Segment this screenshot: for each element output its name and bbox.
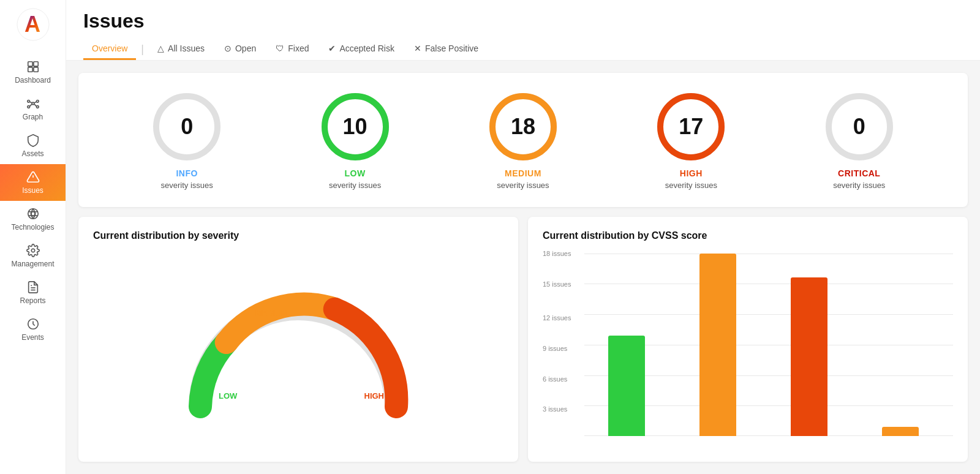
semi-donut-chart: LOW MEDIUM HIGH [182, 284, 415, 419]
medium-sub: severity issues [497, 181, 549, 190]
sidebar-item-dashboard[interactable]: Dashboard [0, 54, 66, 91]
tab-divider: | [141, 43, 144, 56]
shield-icon: ⊙ [224, 43, 232, 53]
severity-dist-card: Current distribution by severity [78, 217, 518, 462]
sidebar-item-graph[interactable]: Graph [0, 91, 66, 127]
info-circle: 0 [150, 90, 224, 164]
severity-dist-body: LOW MEDIUM HIGH [93, 249, 503, 448]
page-title: Issues [83, 10, 963, 32]
svg-point-10 [36, 106, 39, 108]
svg-rect-2 [28, 62, 32, 66]
main-content: Issues Overview | △ All Issues ⊙ Open 🛡 … [66, 0, 980, 474]
low-label: LOW [345, 168, 366, 178]
severity-critical[interactable]: 0 CRITICAL severity issues [823, 90, 896, 190]
svg-point-6 [32, 102, 34, 105]
info-label: INFO [176, 168, 197, 178]
y-label-15: 15 issues [543, 280, 571, 288]
content-area: 0 INFO severity issues 10 LOW severity i… [66, 61, 980, 474]
high-count: 17 [679, 114, 703, 140]
info-sub: severity issues [161, 181, 213, 190]
low-sub: severity issues [329, 181, 381, 190]
svg-line-13 [29, 104, 32, 107]
critical-sub: severity issues [833, 181, 885, 190]
tab-accepted-risk[interactable]: ✔ Accepted Risk [320, 39, 402, 60]
medium-circle: 18 [486, 90, 560, 164]
high-segment-label: HIGH [364, 391, 385, 401]
svg-point-9 [27, 106, 29, 108]
svg-point-18 [28, 209, 38, 219]
high-circle: 17 [654, 90, 728, 164]
severity-summary-card: 0 INFO severity issues 10 LOW severity i… [78, 73, 968, 207]
info-count: 0 [181, 114, 193, 140]
shield-check-icon: 🛡 [276, 43, 284, 53]
shield-ok-icon: ✔ [328, 43, 336, 53]
svg-rect-3 [33, 62, 37, 66]
low-circle: 10 [318, 90, 392, 164]
sidebar-item-events[interactable]: Events [0, 311, 66, 348]
svg-line-12 [34, 102, 36, 103]
high-label: HIGH [680, 168, 703, 178]
y-label-9: 9 issues [543, 345, 567, 352]
svg-point-8 [36, 100, 39, 103]
y-label-12: 12 issues [543, 314, 571, 322]
severity-low[interactable]: 10 LOW severity issues [318, 90, 392, 190]
low-segment-label: LOW [219, 391, 237, 401]
bar-orange-2 [882, 427, 919, 436]
page-header: Issues Overview | △ All Issues ⊙ Open 🛡 … [66, 0, 980, 61]
warning-icon: △ [157, 43, 164, 53]
medium-count: 18 [511, 114, 535, 140]
svg-rect-5 [33, 67, 37, 72]
cross-icon: ✕ [414, 43, 421, 53]
medium-label: MEDIUM [505, 168, 541, 178]
critical-label: CRITICAL [838, 168, 880, 178]
cvss-dist-title: Current distribution by CVSS score [543, 230, 953, 241]
svg-line-14 [34, 104, 36, 107]
high-sub: severity issues [665, 181, 717, 190]
sidebar-item-reports[interactable]: Reports [0, 274, 66, 311]
tab-all-issues[interactable]: △ All Issues [149, 39, 213, 60]
low-count: 10 [343, 114, 368, 140]
tab-overview[interactable]: Overview [83, 39, 136, 60]
y-label-3: 3 issues [543, 405, 567, 413]
bar-orange-1 [699, 254, 736, 436]
tab-fixed[interactable]: 🛡 Fixed [267, 39, 317, 60]
y-label-18: 18 issues [543, 250, 571, 257]
svg-rect-4 [28, 67, 32, 72]
sidebar-item-assets[interactable]: Assets [0, 127, 66, 164]
svg-point-7 [27, 100, 29, 103]
sidebar: A Dashboard Graph Assets [0, 0, 66, 474]
charts-row: Current distribution by severity [78, 217, 968, 462]
critical-count: 0 [853, 114, 865, 140]
bar-darkorange [791, 277, 827, 436]
svg-text:A: A [24, 12, 40, 37]
svg-point-21 [31, 249, 35, 252]
medium-segment-label: MEDIUM [255, 309, 288, 318]
cvss-dist-card: Current distribution by CVSS score 18 is… [528, 217, 968, 462]
severity-info[interactable]: 0 INFO severity issues [150, 90, 224, 190]
bar-green [608, 336, 645, 436]
app-logo[interactable]: A [16, 7, 50, 44]
y-label-6: 6 issues [543, 375, 567, 383]
severity-dist-title: Current distribution by severity [93, 230, 503, 241]
tab-open[interactable]: ⊙ Open [216, 39, 265, 60]
severity-high[interactable]: 17 HIGH severity issues [654, 90, 728, 190]
severity-medium[interactable]: 18 MEDIUM severity issues [486, 90, 560, 190]
sidebar-item-technologies[interactable]: Technologies [0, 201, 66, 238]
svg-line-11 [29, 102, 32, 103]
cvss-dist-body: 18 issues 15 issues 12 issues [543, 249, 953, 448]
sidebar-item-issues[interactable]: Issues [0, 164, 66, 201]
tab-bar: Overview | △ All Issues ⊙ Open 🛡 Fixed ✔… [83, 39, 963, 60]
sidebar-item-management[interactable]: Management [0, 238, 66, 274]
tab-false-positive[interactable]: ✕ False Positive [405, 39, 487, 60]
critical-circle: 0 [823, 90, 896, 164]
